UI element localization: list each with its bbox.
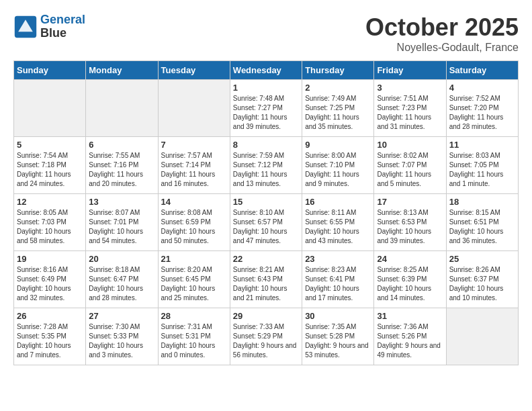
weekday-header: Sunday: [14, 61, 86, 80]
day-info: Sunrise: 8:00 AMSunset: 7:10 PMDaylight:…: [305, 151, 371, 189]
day-info: Sunrise: 8:02 AMSunset: 7:07 PMDaylight:…: [377, 151, 443, 189]
day-number: 31: [377, 311, 443, 321]
day-info: Sunrise: 7:48 AMSunset: 7:27 PMDaylight:…: [233, 94, 299, 132]
calendar-day: 10Sunrise: 8:02 AMSunset: 7:07 PMDayligh…: [374, 137, 446, 194]
day-number: 4: [449, 83, 515, 93]
day-number: 16: [305, 197, 371, 207]
title-block: October 2025 Noyelles-Godault, France: [365, 13, 519, 54]
day-info: Sunrise: 8:25 AMSunset: 6:39 PMDaylight:…: [377, 265, 443, 303]
calendar-day: 11Sunrise: 8:03 AMSunset: 7:05 PMDayligh…: [446, 137, 518, 194]
day-info: Sunrise: 8:05 AMSunset: 7:03 PMDaylight:…: [17, 208, 83, 246]
day-info: Sunrise: 8:13 AMSunset: 6:53 PMDaylight:…: [377, 208, 443, 246]
calendar-day: 8Sunrise: 7:59 AMSunset: 7:12 PMDaylight…: [230, 137, 302, 194]
calendar-day: 12Sunrise: 8:05 AMSunset: 7:03 PMDayligh…: [14, 194, 86, 251]
day-info: Sunrise: 8:23 AMSunset: 6:41 PMDaylight:…: [305, 265, 371, 303]
day-number: 1: [233, 83, 299, 93]
calendar-day: 29Sunrise: 7:33 AMSunset: 5:29 PMDayligh…: [230, 308, 302, 365]
calendar-day: 25Sunrise: 8:26 AMSunset: 6:37 PMDayligh…: [446, 251, 518, 308]
day-info: Sunrise: 7:52 AMSunset: 7:20 PMDaylight:…: [449, 94, 515, 132]
calendar-day: 22Sunrise: 8:21 AMSunset: 6:43 PMDayligh…: [230, 251, 302, 308]
calendar-week-row: 26Sunrise: 7:28 AMSunset: 5:35 PMDayligh…: [14, 308, 519, 365]
calendar-day: 31Sunrise: 7:36 AMSunset: 5:26 PMDayligh…: [374, 308, 446, 365]
day-number: 20: [89, 254, 154, 264]
calendar-day: 16Sunrise: 8:11 AMSunset: 6:55 PMDayligh…: [302, 194, 374, 251]
calendar-day: 2Sunrise: 7:49 AMSunset: 7:25 PMDaylight…: [302, 80, 374, 137]
calendar-day: 23Sunrise: 8:23 AMSunset: 6:41 PMDayligh…: [302, 251, 374, 308]
calendar-day: 30Sunrise: 7:35 AMSunset: 5:28 PMDayligh…: [302, 308, 374, 365]
calendar-day: [446, 308, 518, 365]
weekday-header-row: SundayMondayTuesdayWednesdayThursdayFrid…: [14, 61, 519, 80]
weekday-header: Thursday: [302, 61, 374, 80]
day-info: Sunrise: 8:07 AMSunset: 7:01 PMDaylight:…: [89, 208, 154, 246]
calendar-day: 1Sunrise: 7:48 AMSunset: 7:27 PMDaylight…: [230, 80, 302, 137]
day-number: 15: [233, 197, 299, 207]
day-info: Sunrise: 7:57 AMSunset: 7:14 PMDaylight:…: [161, 151, 227, 189]
day-info: Sunrise: 7:49 AMSunset: 7:25 PMDaylight:…: [305, 94, 371, 132]
weekday-header: Monday: [86, 61, 158, 80]
calendar-week-row: 5Sunrise: 7:54 AMSunset: 7:18 PMDaylight…: [14, 137, 519, 194]
calendar-day: 24Sunrise: 8:25 AMSunset: 6:39 PMDayligh…: [374, 251, 446, 308]
day-number: 13: [89, 197, 154, 207]
day-number: 5: [17, 140, 83, 150]
day-info: Sunrise: 7:31 AMSunset: 5:31 PMDaylight:…: [161, 322, 227, 360]
day-number: 11: [449, 140, 515, 150]
day-number: 25: [449, 254, 515, 264]
day-number: 10: [377, 140, 443, 150]
calendar-day: [158, 80, 230, 137]
calendar-day: 7Sunrise: 7:57 AMSunset: 7:14 PMDaylight…: [158, 137, 230, 194]
day-number: 24: [377, 254, 443, 264]
day-info: Sunrise: 7:28 AMSunset: 5:35 PMDaylight:…: [17, 322, 83, 360]
day-number: 26: [17, 311, 83, 321]
calendar-week-row: 12Sunrise: 8:05 AMSunset: 7:03 PMDayligh…: [14, 194, 519, 251]
day-info: Sunrise: 7:35 AMSunset: 5:28 PMDaylight:…: [305, 322, 371, 360]
day-info: Sunrise: 7:54 AMSunset: 7:18 PMDaylight:…: [17, 151, 83, 189]
calendar-day: 28Sunrise: 7:31 AMSunset: 5:31 PMDayligh…: [158, 308, 230, 365]
day-info: Sunrise: 7:55 AMSunset: 7:16 PMDaylight:…: [89, 151, 154, 189]
day-number: 7: [161, 140, 227, 150]
calendar-day: 6Sunrise: 7:55 AMSunset: 7:16 PMDaylight…: [86, 137, 158, 194]
logo-text: General Blue: [40, 13, 85, 40]
day-number: 22: [233, 254, 299, 264]
calendar-week-row: 19Sunrise: 8:16 AMSunset: 6:49 PMDayligh…: [14, 251, 519, 308]
logo-icon: [13, 15, 38, 39]
calendar-day: 20Sunrise: 8:18 AMSunset: 6:47 PMDayligh…: [86, 251, 158, 308]
day-number: 8: [233, 140, 299, 150]
day-info: Sunrise: 7:30 AMSunset: 5:33 PMDaylight:…: [89, 322, 154, 360]
page-header: General Blue October 2025 Noyelles-Godau…: [13, 13, 519, 54]
calendar-day: 13Sunrise: 8:07 AMSunset: 7:01 PMDayligh…: [86, 194, 158, 251]
calendar-day: 5Sunrise: 7:54 AMSunset: 7:18 PMDaylight…: [14, 137, 86, 194]
calendar-day: 3Sunrise: 7:51 AMSunset: 7:23 PMDaylight…: [374, 80, 446, 137]
day-info: Sunrise: 8:18 AMSunset: 6:47 PMDaylight:…: [89, 265, 154, 303]
day-info: Sunrise: 7:33 AMSunset: 5:29 PMDaylight:…: [233, 322, 299, 360]
calendar-day: 4Sunrise: 7:52 AMSunset: 7:20 PMDaylight…: [446, 80, 518, 137]
calendar-table: SundayMondayTuesdayWednesdayThursdayFrid…: [13, 60, 519, 365]
calendar-day: [14, 80, 86, 137]
calendar-day: 14Sunrise: 8:08 AMSunset: 6:59 PMDayligh…: [158, 194, 230, 251]
weekday-header: Wednesday: [230, 61, 302, 80]
day-info: Sunrise: 7:51 AMSunset: 7:23 PMDaylight:…: [377, 94, 443, 132]
logo: General Blue: [13, 13, 85, 40]
day-number: 17: [377, 197, 443, 207]
calendar-day: 15Sunrise: 8:10 AMSunset: 6:57 PMDayligh…: [230, 194, 302, 251]
weekday-header: Tuesday: [158, 61, 230, 80]
day-number: 28: [161, 311, 227, 321]
day-number: 29: [233, 311, 299, 321]
calendar-day: 9Sunrise: 8:00 AMSunset: 7:10 PMDaylight…: [302, 137, 374, 194]
calendar-day: 19Sunrise: 8:16 AMSunset: 6:49 PMDayligh…: [14, 251, 86, 308]
calendar-day: 27Sunrise: 7:30 AMSunset: 5:33 PMDayligh…: [86, 308, 158, 365]
month-title: October 2025: [365, 13, 519, 42]
weekday-header: Saturday: [446, 61, 518, 80]
calendar-day: 18Sunrise: 8:15 AMSunset: 6:51 PMDayligh…: [446, 194, 518, 251]
calendar-week-row: 1Sunrise: 7:48 AMSunset: 7:27 PMDaylight…: [14, 80, 519, 137]
day-info: Sunrise: 7:59 AMSunset: 7:12 PMDaylight:…: [233, 151, 299, 189]
day-info: Sunrise: 8:03 AMSunset: 7:05 PMDaylight:…: [449, 151, 515, 189]
day-number: 19: [17, 254, 83, 264]
day-number: 18: [449, 197, 515, 207]
day-number: 23: [305, 254, 371, 264]
location-subtitle: Noyelles-Godault, France: [365, 42, 519, 54]
day-info: Sunrise: 8:26 AMSunset: 6:37 PMDaylight:…: [449, 265, 515, 303]
day-number: 2: [305, 83, 371, 93]
day-info: Sunrise: 8:10 AMSunset: 6:57 PMDaylight:…: [233, 208, 299, 246]
day-number: 12: [17, 197, 83, 207]
day-info: Sunrise: 7:36 AMSunset: 5:26 PMDaylight:…: [377, 322, 443, 360]
